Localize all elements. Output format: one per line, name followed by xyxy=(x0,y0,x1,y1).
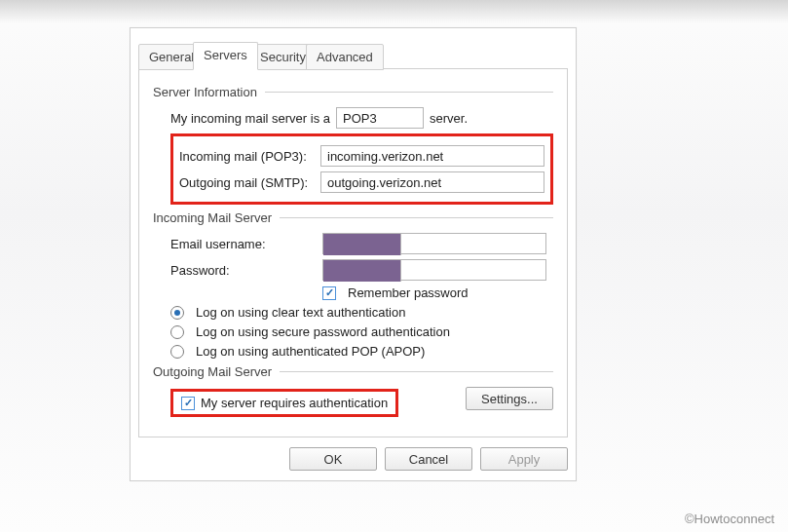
incoming-body: Email username: Password: Remember passw… xyxy=(170,233,553,359)
server-info-body: My incoming mail server is a POP3 server… xyxy=(170,107,553,205)
dialog-buttons: OK Cancel Apply xyxy=(131,447,568,471)
server-addresses-highlight: Incoming mail (POP3): incoming.verizon.n… xyxy=(170,133,553,205)
username-redaction xyxy=(323,234,401,255)
username-label: Email username: xyxy=(170,237,317,251)
tab-advanced[interactable]: Advanced xyxy=(306,44,384,70)
auth-clear-row[interactable]: Log on using clear text authentication xyxy=(170,305,553,320)
cancel-button[interactable]: Cancel xyxy=(385,447,472,471)
auth-clear-radio[interactable] xyxy=(170,306,184,320)
remember-password-checkbox[interactable] xyxy=(322,286,336,300)
protocol-value: POP3 xyxy=(343,111,377,126)
remember-row: Remember password xyxy=(170,285,553,300)
outgoing-body: My server requires authentication Settin… xyxy=(170,387,553,423)
requires-auth-label: My server requires authentication xyxy=(201,396,388,410)
incoming-label: Incoming mail (POP3): xyxy=(179,149,315,164)
auth-secure-row[interactable]: Log on using secure password authenticat… xyxy=(170,324,553,339)
incoming-row: Incoming mail (POP3): incoming.verizon.n… xyxy=(179,145,544,167)
legend-outgoing: Outgoing Mail Server xyxy=(153,364,272,379)
password-row: Password: xyxy=(170,259,553,281)
apply-button[interactable]: Apply xyxy=(480,447,568,471)
legend-incoming: Incoming Mail Server xyxy=(153,210,272,225)
username-input[interactable] xyxy=(322,233,546,254)
remember-label: Remember password xyxy=(348,285,469,300)
password-input[interactable] xyxy=(322,259,546,281)
auth-secure-label: Log on using secure password authenticat… xyxy=(196,324,450,339)
outgoing-label: Outgoing mail (SMTP): xyxy=(179,175,315,190)
group-outgoing-mail-server: Outgoing Mail Server xyxy=(153,364,553,379)
top-shadow xyxy=(0,0,788,23)
password-label: Password: xyxy=(170,263,317,278)
auth-apop-label: Log on using authenticated POP (APOP) xyxy=(196,344,425,359)
protocol-row: My incoming mail server is a POP3 server… xyxy=(170,107,553,129)
legend-server-information: Server Information xyxy=(153,85,257,99)
protocol-field: POP3 xyxy=(336,107,424,129)
outgoing-input[interactable]: outgoing.verizon.net xyxy=(320,171,544,193)
password-redaction xyxy=(323,260,401,282)
divider xyxy=(280,217,553,218)
incoming-input[interactable]: incoming.verizon.net xyxy=(320,145,544,167)
incoming-value: incoming.verizon.net xyxy=(327,149,443,164)
requires-auth-checkbox[interactable] xyxy=(181,397,195,410)
divider xyxy=(265,92,553,93)
tab-servers[interactable]: Servers xyxy=(193,42,258,70)
group-incoming-mail-server: Incoming Mail Server xyxy=(153,210,553,225)
auth-secure-radio[interactable] xyxy=(170,325,184,339)
outgoing-value: outgoing.verizon.net xyxy=(327,175,441,190)
tabs: General Servers Security Advanced xyxy=(138,36,568,69)
account-properties-dialog: General Servers Security Advanced Server… xyxy=(130,27,577,481)
group-server-information: Server Information xyxy=(153,85,553,99)
requires-auth-highlight: My server requires authentication xyxy=(170,389,398,417)
auth-clear-label: Log on using clear text authentication xyxy=(196,305,405,320)
divider xyxy=(280,371,553,372)
protocol-pre-text: My incoming mail server is a xyxy=(170,111,330,126)
protocol-post-text: server. xyxy=(430,111,468,126)
auth-apop-radio[interactable] xyxy=(170,345,184,359)
watermark: ©Howtoconnect xyxy=(685,512,774,526)
outgoing-row: Outgoing mail (SMTP): outgoing.verizon.n… xyxy=(179,171,544,193)
settings-button[interactable]: Settings... xyxy=(466,387,553,410)
username-row: Email username: xyxy=(170,233,553,254)
ok-button[interactable]: OK xyxy=(289,447,377,471)
auth-apop-row[interactable]: Log on using authenticated POP (APOP) xyxy=(170,344,553,359)
servers-panel: Server Information My incoming mail serv… xyxy=(138,69,568,437)
